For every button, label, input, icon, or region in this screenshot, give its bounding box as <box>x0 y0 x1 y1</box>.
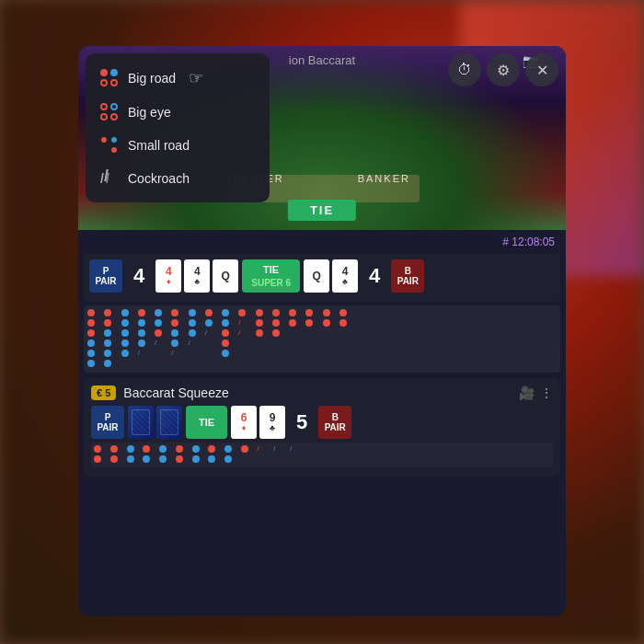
road-dot <box>440 339 447 347</box>
road-dot <box>356 319 363 327</box>
road-dot <box>407 309 414 316</box>
road-dot <box>121 339 129 347</box>
road-dot <box>205 309 213 316</box>
road-dot <box>356 309 363 316</box>
road-dot: / <box>273 445 281 453</box>
road-dot <box>222 319 229 327</box>
road-dot <box>208 455 215 463</box>
road-dot <box>390 319 397 327</box>
road-dot <box>474 350 481 357</box>
road-dot <box>373 309 380 316</box>
road-dot <box>339 309 347 316</box>
road-dot <box>305 309 313 316</box>
road-dot: / <box>238 329 246 337</box>
road-dot <box>305 360 313 367</box>
big-eye-icon <box>100 103 119 121</box>
road-dot <box>143 445 150 453</box>
game2-icons: 🎥 ⋮ <box>519 385 553 400</box>
game1-score-row: P PAIR 4 4♦ 4♣ Q TIE SUPER 6 <box>89 259 555 293</box>
game2-player-p: P <box>105 412 111 422</box>
road-dot <box>192 445 200 453</box>
game2-camera-icon[interactable]: 🎥 <box>519 385 535 400</box>
road-dot: / <box>205 329 213 337</box>
road-dot <box>423 319 431 327</box>
road-dot <box>171 319 178 327</box>
road-dot <box>457 319 465 327</box>
road-dot <box>440 360 447 367</box>
road-dot <box>272 350 280 357</box>
road-type-dropdown: Big road ☞ Big eye Small road <box>86 53 270 202</box>
road-dot <box>104 350 111 357</box>
game2-title: Baccarat Squeeze <box>123 385 512 400</box>
road-dot <box>272 319 280 327</box>
road-dot <box>507 309 514 316</box>
road-dot <box>205 350 213 357</box>
road-dot <box>519 455 526 463</box>
road-dot <box>339 455 346 463</box>
road-dot <box>290 455 297 463</box>
road-dot <box>407 350 414 357</box>
road-dot <box>104 360 111 367</box>
road-dot <box>486 445 493 453</box>
road-dot <box>454 445 461 453</box>
road-dot <box>490 309 498 316</box>
road-dot <box>121 360 129 367</box>
road-dot <box>486 455 493 463</box>
road-dot <box>356 339 363 347</box>
road-dot <box>423 350 431 357</box>
banker-card-1: Q <box>304 259 329 293</box>
road-dot <box>524 309 532 316</box>
road-dot <box>388 455 396 463</box>
road-dot <box>110 455 118 463</box>
road-dot <box>457 350 465 357</box>
game2-card-back-1 <box>128 406 154 439</box>
banker-pair-sublabel: PAIR <box>397 276 419 286</box>
road-dot <box>87 319 95 327</box>
super6-label: SUPER 6 <box>251 278 291 288</box>
road-dot <box>176 445 183 453</box>
history-button[interactable]: ⏱ <box>448 53 481 86</box>
road-dot <box>535 445 542 453</box>
road-dot <box>104 339 111 347</box>
road-dot <box>502 445 510 453</box>
road-dot <box>94 445 101 453</box>
road-dot <box>138 329 145 337</box>
road-dot <box>524 319 532 327</box>
road-dot <box>437 455 444 463</box>
road-dot <box>356 360 363 367</box>
dropdown-item-big-road[interactable]: Big road ☞ <box>86 61 270 96</box>
road-dot <box>339 350 347 357</box>
road-dot <box>171 360 178 367</box>
close-button[interactable]: ✕ <box>525 53 558 86</box>
road-dot <box>189 360 196 367</box>
road-dot: / <box>138 350 145 357</box>
dropdown-item-cockroach[interactable]: / / Cockroach <box>86 162 270 195</box>
road-dot <box>306 445 314 453</box>
game2-banker-score: 5 <box>289 406 315 439</box>
road-dot <box>205 319 213 327</box>
road-dot <box>323 339 330 347</box>
road-dot <box>222 360 229 367</box>
road-dot <box>404 455 411 463</box>
banker-pair-box: B PAIR <box>391 259 424 293</box>
road-dot <box>138 339 145 347</box>
road-dot <box>541 309 548 316</box>
game2-more-icon[interactable]: ⋮ <box>540 385 553 400</box>
road-dot <box>121 350 129 357</box>
settings-button[interactable]: ⚙ <box>487 53 520 86</box>
road-dot <box>490 329 498 337</box>
game2-banker-cards: 6♦ 9♣ <box>231 406 285 439</box>
dropdown-item-big-eye[interactable]: Big eye <box>86 96 270 129</box>
road-dot <box>454 455 461 463</box>
cursor-icon: ☞ <box>189 68 203 88</box>
road-dot <box>404 445 411 453</box>
road-dot <box>222 309 229 316</box>
road-dot <box>273 455 281 463</box>
tie-super6-box: TIE SUPER 6 <box>242 259 300 293</box>
road-dot <box>490 319 498 327</box>
road-dot <box>155 360 162 367</box>
road-dot <box>224 455 232 463</box>
dropdown-item-small-road[interactable]: Small road <box>86 129 270 162</box>
road-dot <box>507 329 514 337</box>
road-dot <box>189 309 196 316</box>
